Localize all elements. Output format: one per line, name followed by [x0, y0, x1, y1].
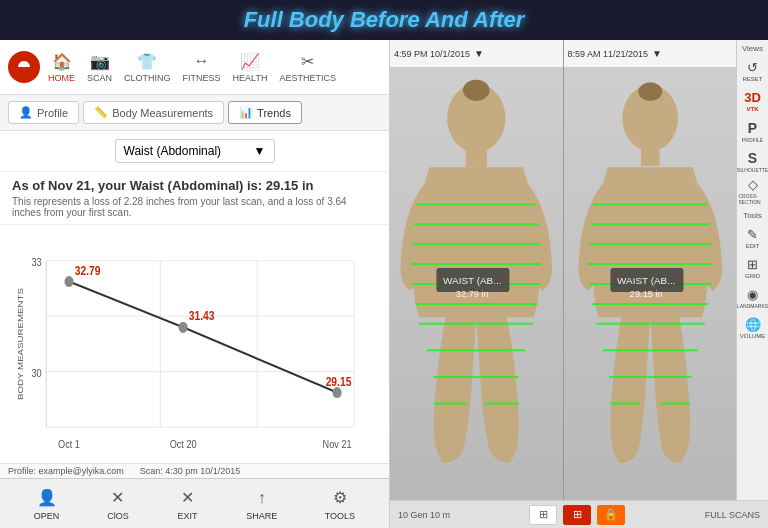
- main-stat: As of Nov 21, your Waist (Abdominal) is:…: [12, 178, 377, 193]
- sub-stat: This represents a loss of 2.28 inches fr…: [12, 196, 377, 218]
- svg-text:32.79: 32.79: [75, 264, 101, 277]
- scan-active-icon: ⊞: [573, 508, 582, 521]
- btn-landmarks[interactable]: ◉ LANDMARKS: [739, 284, 767, 312]
- toolbar-share[interactable]: ↑ SHARE: [246, 487, 277, 521]
- dropdown-row: Waist (Abdominal) ▼: [0, 131, 389, 172]
- toolbar-close[interactable]: ✕ ClOS: [107, 487, 129, 521]
- svg-point-24: [463, 80, 490, 101]
- btn-lock[interactable]: 🔒: [597, 505, 625, 525]
- clothing-icon: 👕: [137, 51, 157, 71]
- nav-item-health[interactable]: 📈 HEALTH: [233, 51, 268, 83]
- profile-view-icon: P: [748, 120, 757, 136]
- svg-text:WAIST (AB...: WAIST (AB...: [443, 275, 502, 286]
- fitness-icon: ↔: [192, 51, 212, 71]
- pay-scans-icon: ⊞: [539, 508, 548, 521]
- svg-text:BODY MEASUREMENTS: BODY MEASUREMENTS: [16, 288, 25, 400]
- nav-item-scan[interactable]: 📷 SCAN: [87, 51, 112, 83]
- silhouette-icon: S: [748, 150, 757, 166]
- grid-icon: ⊞: [747, 257, 758, 272]
- nav-item-clothing[interactable]: 👕 CLOTHING: [124, 51, 171, 83]
- btn-reset[interactable]: ↺ RESET: [739, 57, 767, 85]
- chart-svg: BODY MEASUREMENTS 33 30: [12, 233, 377, 455]
- svg-text:30: 30: [32, 367, 42, 379]
- aesthetics-icon: ✂: [298, 51, 318, 71]
- nav-item-aesthetics[interactable]: ✂ AESTHETICS: [279, 51, 336, 83]
- scan-label: Scan: 4:30 pm 10/1/2015: [140, 466, 241, 476]
- tools-section-label: Tools: [743, 211, 762, 220]
- main-content: 🏠 HOME 📷 SCAN 👕 CLOTHING ↔ FITNESS 📈: [0, 40, 768, 528]
- chart-container: BODY MEASUREMENTS 33 30: [12, 233, 377, 455]
- svg-point-15: [333, 387, 342, 398]
- open-icon: 👤: [36, 487, 58, 509]
- tabs-row: 👤 Profile 📏 Body Measurements 📊 Trends: [0, 95, 389, 131]
- share-icon: ↑: [251, 487, 273, 509]
- lock-icon: 🔒: [604, 508, 618, 521]
- svg-text:32.79 in: 32.79 in: [456, 289, 489, 299]
- nav-item-fitness[interactable]: ↔ FITNESS: [183, 51, 221, 83]
- body-svg-2: WAIST (AB... 29.15 in: [564, 68, 737, 500]
- svg-text:33: 33: [32, 256, 42, 268]
- home-icon: 🏠: [52, 51, 72, 71]
- svg-point-14: [179, 322, 188, 333]
- dropdown-arrow-1[interactable]: ▼: [474, 48, 484, 59]
- profile-icon: 👤: [19, 106, 33, 119]
- btn-grid[interactable]: ⊞ GRID: [739, 254, 767, 282]
- measurements-icon: 📏: [94, 106, 108, 119]
- dropdown-arrow-2[interactable]: ▼: [652, 48, 662, 59]
- views-label: Views: [742, 44, 763, 53]
- svg-rect-42: [640, 147, 659, 166]
- scan-header-1: 4:59 PM 10/1/2015 ▼: [390, 40, 563, 68]
- bottom-toolbar: 👤 OPEN ✕ ClOS ✕ EXIT ↑ SHARE ⚙ TOOLS: [0, 478, 389, 528]
- profile-info: Profile: example@ylyika.com Scan: 4:30 p…: [0, 463, 389, 478]
- btn-volume[interactable]: 🌐 VOLUME: [739, 314, 767, 342]
- svg-point-1: [21, 61, 27, 67]
- volume-icon: 🌐: [745, 317, 761, 332]
- toolbar-open[interactable]: 👤 OPEN: [34, 487, 60, 521]
- body-svg-1: WAIST (AB... 32.79 in: [390, 68, 563, 500]
- profile-label: Profile: example@ylyika.com: [8, 466, 124, 476]
- svg-point-41: [638, 82, 662, 101]
- 3d-icon: 3D: [744, 90, 761, 105]
- btn-silhouette[interactable]: S SILHOUETTE: [739, 147, 767, 175]
- toolbar-exit[interactable]: ✕ EXIT: [177, 487, 199, 521]
- chart-area: BODY MEASUREMENTS 33 30: [0, 225, 389, 463]
- btn-scan-active[interactable]: ⊞: [563, 505, 591, 525]
- trends-icon: 📊: [239, 106, 253, 119]
- btn-pay-scans[interactable]: ⊞: [529, 505, 557, 525]
- svg-text:Nov 21: Nov 21: [323, 438, 352, 450]
- nav-logo: [8, 51, 40, 83]
- svg-rect-25: [466, 147, 487, 167]
- svg-text:Oct 1: Oct 1: [58, 438, 80, 450]
- tab-profile[interactable]: 👤 Profile: [8, 101, 79, 124]
- btn-edit[interactable]: ✎ EDIT: [739, 224, 767, 252]
- stats-text: As of Nov 21, your Waist (Abdominal) is:…: [0, 172, 389, 225]
- measurement-dropdown[interactable]: Waist (Abdominal) ▼: [115, 139, 275, 163]
- zoom-label: 10 Gen 10 m: [398, 510, 450, 520]
- tab-trends[interactable]: 📊 Trends: [228, 101, 302, 124]
- svg-point-13: [64, 276, 73, 287]
- exit-icon: ✕: [177, 487, 199, 509]
- health-icon: 📈: [240, 51, 260, 71]
- page-title: Full Body Before And After: [244, 7, 525, 33]
- nav-items: 🏠 HOME 📷 SCAN 👕 CLOTHING ↔ FITNESS 📈: [48, 51, 381, 83]
- scan-bottom-btns: ⊞ ⊞ 🔒: [529, 505, 625, 525]
- right-panel: 4:59 PM 10/1/2015 ▼: [390, 40, 768, 528]
- nav-bar: 🏠 HOME 📷 SCAN 👕 CLOTHING ↔ FITNESS 📈: [0, 40, 389, 95]
- svg-text:Oct 20: Oct 20: [170, 438, 197, 450]
- btn-profile-view[interactable]: P PROFILE: [739, 117, 767, 145]
- scan-header-2: 8:59 AM 11/21/2015 ▼: [564, 40, 737, 68]
- toolbar-tools[interactable]: ⚙ TOOLS: [325, 487, 355, 521]
- nav-item-home[interactable]: 🏠 HOME: [48, 51, 75, 83]
- btn-3d[interactable]: 3D VTK: [739, 87, 767, 115]
- svg-text:WAIST (AB...: WAIST (AB...: [617, 275, 676, 286]
- btn-cross[interactable]: ◇ CROSS-SECTION: [739, 177, 767, 205]
- title-bar: Full Body Before And After: [0, 0, 768, 40]
- reset-icon: ↺: [747, 60, 758, 75]
- edit-icon: ✎: [747, 227, 758, 242]
- scan-bottom: 10 Gen 10 m ⊞ ⊞ 🔒 FULL SCANS: [390, 500, 768, 528]
- svg-text:29.15 in: 29.15 in: [629, 289, 662, 299]
- dropdown-arrow: ▼: [254, 144, 266, 158]
- tab-measurements[interactable]: 📏 Body Measurements: [83, 101, 224, 124]
- svg-text:SCAN DATE: SCAN DATE: [178, 453, 223, 455]
- tools-icon: ⚙: [329, 487, 351, 509]
